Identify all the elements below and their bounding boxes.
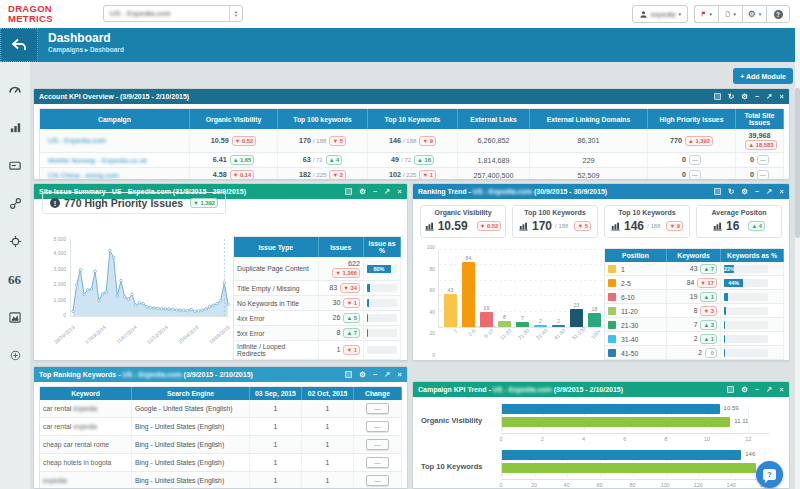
- panel-select-checkbox[interactable]: [345, 188, 352, 195]
- campaign-link[interactable]: Mobile Norway - Expedia.co.uk: [48, 156, 147, 165]
- col-issue-pct[interactable]: Issue as %: [364, 237, 401, 258]
- y-axis-tick: 2,000: [40, 281, 66, 287]
- x-axis-label: 41-50: [553, 328, 572, 347]
- resize-icon[interactable]: ↗: [384, 188, 390, 195]
- collapse-icon[interactable]: −: [755, 188, 759, 195]
- col-date1[interactable]: 03 Sep, 2015: [250, 387, 302, 401]
- bar[interactable]: [570, 309, 583, 327]
- sidebar-item-dashboard[interactable]: [0, 70, 30, 108]
- user-menu-button[interactable]: expedia ▾: [632, 5, 688, 23]
- col-position[interactable]: Position: [605, 249, 667, 263]
- col-change[interactable]: Change: [354, 387, 402, 401]
- kpi-label: Organic Visibility: [423, 209, 503, 216]
- resize-icon[interactable]: ↗: [766, 386, 772, 393]
- change-badge: —: [689, 170, 701, 180]
- col-top10[interactable]: Top 10 Keywords: [368, 109, 458, 130]
- collapse-icon[interactable]: −: [373, 188, 377, 195]
- settings-icon[interactable]: ⚙: [359, 371, 366, 378]
- sidebar-item-add[interactable]: [0, 336, 30, 374]
- col-organic-visibility[interactable]: Organic Visibility: [190, 109, 278, 130]
- pct-bar-track: [367, 329, 397, 337]
- collapse-icon[interactable]: −: [755, 386, 759, 393]
- refresh-icon[interactable]: ↻: [728, 188, 734, 195]
- bar-current[interactable]: 155: [502, 463, 756, 473]
- col-linking-domains[interactable]: External Linking Domains: [530, 109, 648, 130]
- resize-icon[interactable]: ↗: [766, 188, 772, 195]
- resize-icon[interactable]: ↗: [384, 371, 390, 378]
- bar[interactable]: [516, 322, 529, 327]
- col-top100[interactable]: Top 100 keywords: [278, 109, 368, 130]
- bar[interactable]: [534, 325, 547, 327]
- language-flag-button[interactable]: ▾: [694, 5, 718, 23]
- sidebar-item-competitors[interactable]: [0, 222, 30, 260]
- add-module-button[interactable]: + Add Module: [733, 68, 793, 84]
- collapse-icon[interactable]: −: [373, 371, 377, 378]
- close-icon[interactable]: ×: [398, 188, 402, 195]
- col-keywords[interactable]: Keywords: [667, 249, 721, 263]
- back-button[interactable]: [0, 28, 38, 62]
- col-campaign[interactable]: Campaign: [40, 109, 190, 130]
- settings-button[interactable]: ⚙ ▾: [742, 5, 766, 23]
- dragon-metrics-logo[interactable]: DRAGON METRICS: [8, 4, 53, 23]
- close-icon[interactable]: ×: [780, 386, 784, 393]
- reports-button[interactable]: ▾: [718, 5, 742, 23]
- col-search-engine[interactable]: Search Engine: [132, 387, 250, 401]
- settings-icon[interactable]: ⚙: [741, 386, 748, 393]
- panel-title: Campaign KPI Trend - US - Expedia.com (3…: [418, 386, 623, 393]
- position-bar-chart: 020406080100 43 84: [421, 248, 611, 356]
- bar-previous[interactable]: 10.59: [502, 404, 720, 414]
- change-indicator: —: [366, 475, 389, 486]
- bar[interactable]: [462, 262, 475, 327]
- panel-select-checkbox[interactable]: [727, 386, 734, 393]
- kpi-value: 10.59: [438, 219, 468, 233]
- col-issue-type[interactable]: Issue Type: [234, 237, 319, 258]
- campaign-link[interactable]: CN China - elong.com: [48, 171, 119, 180]
- flag-icon: [701, 9, 706, 19]
- pct-bar-track: [724, 293, 768, 301]
- close-icon[interactable]: ×: [398, 371, 402, 378]
- y-axis-tick: 0: [421, 352, 435, 358]
- campaign-link[interactable]: US - Expedia.com: [48, 136, 106, 145]
- bar[interactable]: [480, 312, 493, 327]
- resize-icon[interactable]: ↗: [766, 93, 772, 100]
- settings-icon[interactable]: ⚙: [359, 188, 366, 195]
- scrollbar-thumb[interactable]: [795, 88, 800, 238]
- bar-chart-icon: [9, 121, 22, 134]
- bar[interactable]: [444, 294, 457, 327]
- panel-select-checkbox[interactable]: [714, 93, 721, 100]
- sidebar-item-keywords[interactable]: [0, 146, 30, 184]
- close-icon[interactable]: ×: [780, 188, 784, 195]
- col-issues[interactable]: Issues: [318, 237, 363, 258]
- sidebar-item-links[interactable]: [0, 184, 30, 222]
- sidebar-item-mentions[interactable]: 66: [0, 260, 30, 298]
- support-chat-button[interactable]: ?: [756, 461, 783, 488]
- campaign-selector[interactable]: US - Expedia.com ▴▾: [103, 5, 243, 22]
- bar[interactable]: [552, 325, 565, 327]
- col-date2[interactable]: 02 Oct, 2015: [302, 387, 354, 401]
- bar-previous[interactable]: 146: [502, 450, 741, 460]
- collapse-icon[interactable]: −: [755, 93, 759, 100]
- sidebar-item-rankings[interactable]: [0, 108, 30, 146]
- sidebar-item-analytics[interactable]: [0, 298, 30, 336]
- settings-icon[interactable]: ⚙: [741, 93, 748, 100]
- pct-bar-track: 80%: [367, 265, 397, 273]
- col-keywords-pct[interactable]: Keywords as %: [721, 249, 784, 263]
- col-total-site-issues[interactable]: Total Site Issues: [736, 109, 784, 130]
- plus-circle-icon: [10, 350, 21, 361]
- close-icon[interactable]: ×: [780, 93, 784, 100]
- bar[interactable]: [498, 321, 511, 327]
- col-external-links[interactable]: External Links: [458, 109, 530, 130]
- help-button[interactable]: ?: [766, 5, 790, 23]
- caret-down-icon: ▾: [759, 11, 762, 17]
- document-icon: [725, 9, 730, 19]
- panel-select-checkbox[interactable]: [345, 371, 352, 378]
- refresh-icon[interactable]: ↻: [728, 93, 734, 100]
- panel-select-checkbox[interactable]: [714, 188, 721, 195]
- pct-bar-track: 22%: [724, 265, 768, 273]
- crosshair-icon: [9, 235, 22, 248]
- settings-icon[interactable]: ⚙: [741, 188, 748, 195]
- col-keyword[interactable]: Keyword: [40, 387, 132, 401]
- col-high-priority-issues[interactable]: High Priority Issues: [648, 109, 736, 130]
- bar-current[interactable]: 11.11: [502, 417, 730, 427]
- bar[interactable]: [588, 313, 601, 327]
